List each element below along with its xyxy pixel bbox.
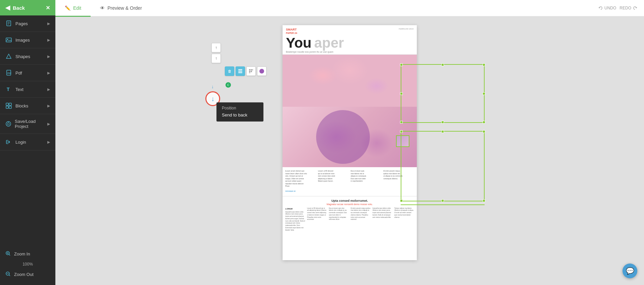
bottom-columns: LOREM Iratyssihe ipse delore vobis Ullam… <box>285 207 414 232</box>
handle2-tr[interactable] <box>483 130 485 133</box>
close-icon[interactable]: ✕ <box>46 5 50 11</box>
sidebar-item-pdf[interactable]: PDF Pdf ▶ <box>0 65 55 81</box>
preview-tab-label: Preview & Order <box>107 5 142 11</box>
login-icon <box>5 139 12 145</box>
images-label: Images <box>15 38 30 43</box>
handle2-tm[interactable] <box>441 130 444 133</box>
svg-rect-29 <box>252 69 253 70</box>
handle-tm[interactable] <box>441 63 444 66</box>
chat-support-button[interactable]: 💬 <box>623 264 637 278</box>
page-top-image <box>283 55 417 107</box>
zoom-out-label: Zoom Out <box>14 272 34 277</box>
chevron-right-icon: ▶ <box>47 104 50 108</box>
svg-text:T: T <box>7 87 10 92</box>
document-canvas: SMARTPAPER 24 FEBRUAR 2019 You aper Beat… <box>283 25 417 260</box>
undo-button[interactable]: UNDO <box>598 6 616 10</box>
svg-rect-26 <box>238 72 242 73</box>
canvas-area[interactable]: ↑ ↑ 🗑 C ↓ ↓ <box>55 17 644 285</box>
edit-tab-label: Edit <box>73 5 81 11</box>
sidebar-menu: Pages ▶ Images ▶ Shapes ▶ <box>0 15 55 243</box>
shapes-label: Shapes <box>15 54 30 59</box>
zoom-in-label: Zoom In <box>14 251 30 256</box>
handle-br[interactable] <box>483 121 485 124</box>
bottom-title: Upta consed molorrumet. <box>285 199 414 202</box>
text-col-3: Eius et eiusm quisnise laboris nisi utal… <box>351 170 382 193</box>
zoom-in-icon <box>5 251 11 257</box>
zoom-in-button[interactable]: Zoom In <box>0 247 55 260</box>
bring-forward-button[interactable]: ↑ <box>211 43 221 52</box>
sidebar-item-text[interactable]: T Text ▶ <box>0 81 55 98</box>
chevron-right-icon: ▶ <box>47 21 50 26</box>
pages-label: Pages <box>15 21 28 26</box>
page-subtitle: Beatempe rouslte eos porem fis ue use qu… <box>286 51 413 53</box>
svg-rect-10 <box>6 103 8 105</box>
handle2-bm[interactable] <box>441 199 444 202</box>
topbar-actions: UNDO REDO <box>592 0 644 16</box>
object-toolbar: 🗑 <box>225 66 266 76</box>
back-arrow-icon: ◀ <box>5 4 10 11</box>
save-load-label: Save/Load Project <box>15 119 44 129</box>
chevron-right-icon: ▶ <box>47 87 50 92</box>
svg-text:PDF: PDF <box>7 72 11 74</box>
edit-icon: ✏️ <box>65 5 70 11</box>
sidebar-item-blocks[interactable]: Blocks ▶ <box>0 98 55 114</box>
shapes-icon <box>5 53 12 60</box>
sidebar-item-shapes[interactable]: Shapes ▶ <box>0 48 55 65</box>
circle-solid-icon <box>259 69 264 74</box>
page-bottom-section: Upta consed molorrumet. Magnatur accae n… <box>283 196 417 234</box>
svg-point-15 <box>7 123 9 125</box>
pdf-icon: PDF <box>5 69 12 76</box>
delete-button[interactable]: 🗑 <box>225 66 234 76</box>
floating-toolbar: ↑ ↑ <box>211 43 221 63</box>
layers-button[interactable] <box>236 66 245 76</box>
page-title-right: aper <box>314 36 344 50</box>
svg-marker-6 <box>6 54 11 58</box>
bottom-col-1: LOREM Iratyssihe ipse delore vobis Ullam… <box>285 207 305 232</box>
text-icon: T <box>5 86 12 93</box>
context-menu: Position Send to back <box>216 102 263 122</box>
sidebar-item-login[interactable]: Login ▶ <box>0 134 55 150</box>
bottom-col-6: Tempur adipisc ing labore Ullamco conseq… <box>394 207 414 232</box>
bottom-subtitle: Magnatur accae nonseriti demo mosse volu… <box>285 203 414 205</box>
svg-rect-32 <box>249 73 250 73</box>
circle-color-button[interactable] <box>257 66 266 76</box>
svg-rect-11 <box>9 103 11 105</box>
images-icon <box>5 37 12 43</box>
svg-rect-31 <box>251 71 252 72</box>
handle-mr[interactable] <box>483 92 485 95</box>
blue-text: nonseque an <box>285 190 296 192</box>
send-to-back-item[interactable]: Send to back <box>222 112 258 118</box>
blocks-label: Blocks <box>15 103 28 108</box>
sidebar-item-pages[interactable]: Pages ▶ <box>0 15 55 32</box>
center-arrow-top: ↓ <box>211 84 214 89</box>
bottom-col-2: Losum ut 80 denund qui ut ad adipiscing … <box>307 207 327 232</box>
zoom-out-button[interactable]: Zoom Out <box>0 268 55 281</box>
green-separator-line <box>401 204 485 205</box>
svg-rect-30 <box>249 71 250 72</box>
bottom-col-4: El enim possim nequa quibus nise labore … <box>351 207 370 232</box>
handle-tr[interactable] <box>483 63 485 66</box>
c-corner-handle[interactable]: C <box>226 82 231 88</box>
preview-icon: 👁 <box>100 5 105 11</box>
handle-bm[interactable] <box>441 121 444 124</box>
main-area: ✏️ Edit 👁 Preview & Order UNDO REDO ↑ ↑ <box>55 0 644 285</box>
sidebar-item-save-load[interactable]: Save/Load Project ▶ <box>0 114 55 134</box>
tab-preview[interactable]: 👁 Preview & Order <box>91 0 151 17</box>
handle2-br[interactable] <box>483 199 485 202</box>
pages-icon <box>5 20 12 27</box>
redo-button[interactable]: REDO <box>620 6 637 10</box>
sidebar-item-images[interactable]: Images ▶ <box>0 32 55 48</box>
cherry-blossom-bg <box>283 55 417 107</box>
back-label: Back <box>13 5 25 11</box>
bottom-col-3: Eius et eiusm quis nise laboris nisi ut … <box>329 207 349 232</box>
svg-rect-4 <box>6 38 11 42</box>
send-backward-button[interactable]: ↑ <box>211 54 221 63</box>
tab-edit[interactable]: ✏️ Edit <box>55 0 91 17</box>
back-button[interactable]: ◀ Back ✕ <box>0 0 55 15</box>
page-text-section: Ip aum at iam dorium quenosen beum ullam… <box>283 168 417 195</box>
page-title-left: You <box>286 36 311 50</box>
grid-button[interactable] <box>246 66 256 76</box>
chevron-right-icon: ▶ <box>47 140 50 144</box>
page-logo: SMARTPAPER 24 <box>286 28 297 35</box>
svg-line-18 <box>9 254 10 256</box>
